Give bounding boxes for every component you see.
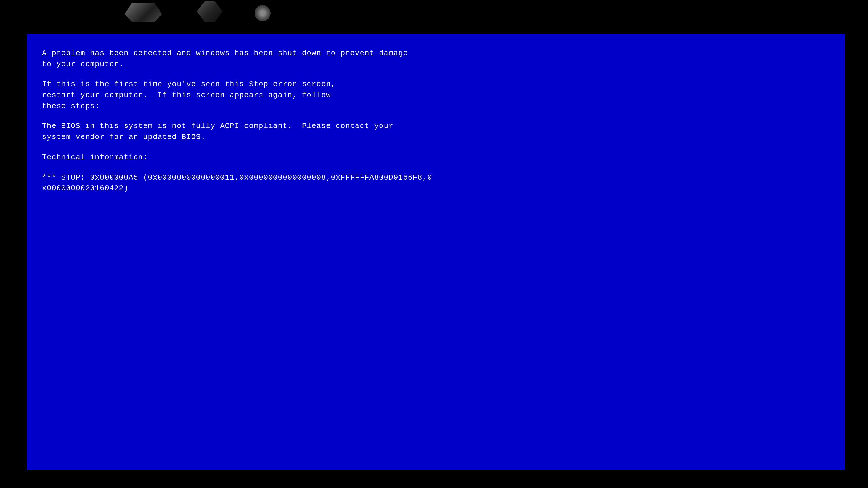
spacer-2: [42, 111, 830, 121]
spacer-4: [42, 163, 830, 172]
bsod-line-7: system vendor for an updated BIOS.: [42, 132, 830, 143]
bsod-line-1: A problem has been detected and windows …: [42, 48, 830, 59]
bsod-line-3: If this is the first time you've seen th…: [42, 79, 830, 90]
bsod-screen: A problem has been detected and windows …: [27, 34, 845, 470]
spacer-3: [42, 143, 830, 152]
bsod-line-4: restart your computer. If this screen ap…: [42, 90, 830, 101]
bsod-line-2: to your computer.: [42, 59, 830, 70]
outer-container: A problem has been detected and windows …: [0, 0, 868, 488]
spacer-1: [42, 70, 830, 79]
bsod-line-9: *** STOP: 0x000000A5 (0x0000000000000011…: [42, 172, 830, 183]
camera-overlay: [0, 0, 868, 35]
bsod-line-6: The BIOS in this system is not fully ACP…: [42, 121, 830, 132]
bsod-line-5: these steps:: [42, 101, 830, 112]
bsod-line-8: Technical information:: [42, 152, 830, 163]
bsod-line-10: x0000000020160422): [42, 183, 830, 194]
